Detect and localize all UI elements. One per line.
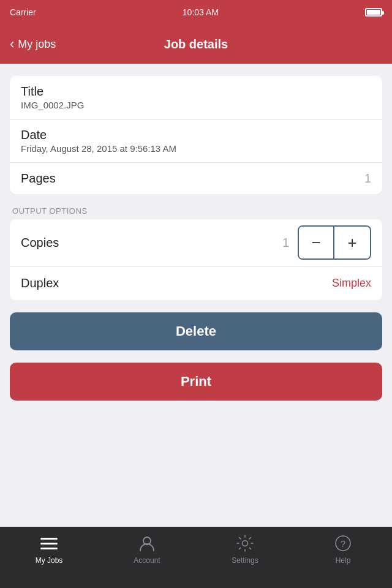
account-icon <box>137 533 157 554</box>
duplex-value: Simplex <box>332 277 371 290</box>
copies-stepper: − + <box>298 225 371 260</box>
tab-settings[interactable]: Settings <box>196 533 294 565</box>
title-row: Title IMG_0002.JPG <box>10 76 382 119</box>
output-options-section: OUTPUT OPTIONS Copies 1 − + Duplex Simpl… <box>10 206 382 300</box>
carrier-label: Carrier <box>10 7 36 17</box>
pages-value: 1 <box>364 172 371 186</box>
tab-my-jobs-label: My Jobs <box>36 556 63 565</box>
battery-icon <box>365 8 382 17</box>
delete-button[interactable]: Delete <box>10 312 382 350</box>
copies-label: Copies <box>21 236 59 250</box>
page-title: Job details <box>164 37 228 51</box>
back-chevron-icon: ‹ <box>10 37 14 51</box>
tab-account[interactable]: Account <box>98 533 196 565</box>
date-row: Date Friday, August 28, 2015 at 9:56:13 … <box>10 119 382 163</box>
main-content: Title IMG_0002.JPG Date Friday, August 2… <box>0 64 392 413</box>
job-info-card: Title IMG_0002.JPG Date Friday, August 2… <box>10 76 382 194</box>
status-bar-right <box>365 8 382 17</box>
tab-help[interactable]: ? Help <box>294 533 392 565</box>
date-value: Friday, August 28, 2015 at 9:56:13 AM <box>21 143 176 154</box>
title-label: Title <box>21 85 84 99</box>
pages-row: Pages 1 <box>10 163 382 194</box>
tab-settings-label: Settings <box>232 556 258 565</box>
settings-icon <box>235 533 255 554</box>
back-label: My jobs <box>18 38 56 51</box>
output-options-header: OUTPUT OPTIONS <box>10 206 382 219</box>
print-button[interactable]: Print <box>10 363 382 401</box>
tab-bar: My Jobs Account Settings ? Help <box>0 527 392 588</box>
status-bar: Carrier 10:03 AM <box>0 0 392 24</box>
output-options-card: Copies 1 − + Duplex Simplex <box>10 219 382 300</box>
decrement-button[interactable]: − <box>299 227 334 258</box>
increment-button[interactable]: + <box>334 227 370 258</box>
svg-point-1 <box>243 541 248 546</box>
my-jobs-icon <box>39 533 59 554</box>
copies-row: Copies 1 − + <box>10 219 382 266</box>
time-label: 10:03 AM <box>183 7 219 17</box>
help-icon: ? <box>333 533 353 554</box>
tab-my-jobs[interactable]: My Jobs <box>0 533 98 565</box>
duplex-row: Duplex Simplex <box>10 266 382 300</box>
copies-controls: 1 − + <box>282 225 371 260</box>
title-value: IMG_0002.JPG <box>21 100 84 110</box>
copies-count: 1 <box>282 236 289 250</box>
svg-text:?: ? <box>341 538 345 549</box>
date-label: Date <box>21 128 176 142</box>
tab-account-label: Account <box>134 556 160 565</box>
tab-help-label: Help <box>336 556 351 565</box>
nav-bar: ‹ My jobs Job details <box>0 24 392 64</box>
duplex-label: Duplex <box>21 276 59 290</box>
pages-label: Pages <box>21 172 56 186</box>
back-button[interactable]: ‹ My jobs <box>10 37 56 51</box>
